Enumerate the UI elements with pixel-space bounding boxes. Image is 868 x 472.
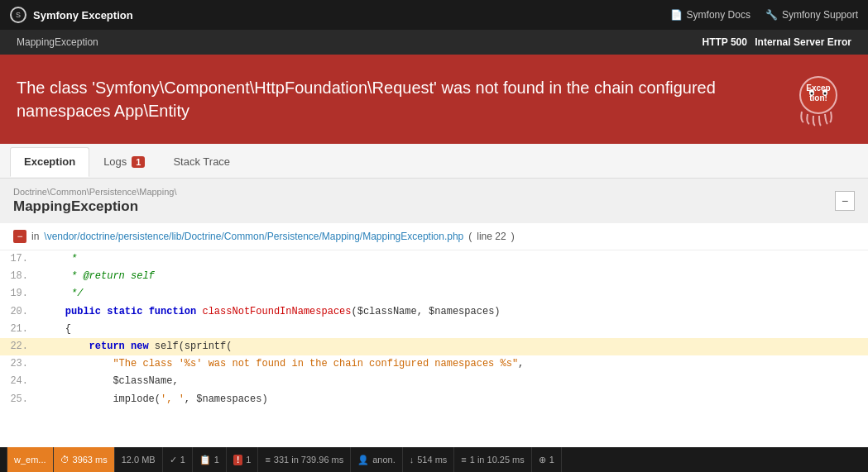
db-icon: ≡ (461, 455, 466, 465)
error-title: The class 'Symfony\Component\HttpFoundat… (17, 76, 720, 122)
symfony-logo-icon: S (10, 7, 26, 23)
status-memory[interactable]: 12.0 MB (115, 447, 163, 472)
symfony-docs-link[interactable]: 📄 Symfony Docs (670, 9, 751, 21)
code-line-24: 24. $className, (0, 373, 868, 390)
code-line-25: 25. implode(', ', $namespaces) (0, 391, 868, 408)
exception-class-label: MappingException (17, 36, 98, 48)
layers-icon: ≡ (265, 455, 270, 465)
exception-label-row: MappingException HTTP 500 Internal Serve… (0, 30, 868, 55)
status-user[interactable]: 👤 anon. (351, 447, 403, 472)
code-block: 17. * 18. * @return self 19. */ 20. publ… (0, 250, 868, 417)
speed-value: 514 ms (417, 455, 447, 465)
status-env[interactable]: w_em... (7, 447, 54, 472)
status-layers[interactable]: ≡ 331 in 739.96 ms (258, 447, 351, 472)
error-header: The class 'Symfony\Component\HttpFoundat… (0, 55, 868, 144)
status-speed[interactable]: ↓ 514 ms (403, 447, 455, 472)
errors-value: 1 (246, 455, 251, 465)
file-line-number: line 22 (477, 231, 506, 242)
memory-value: 12.0 MB (122, 455, 156, 465)
status-db[interactable]: ≡ 1 in 10.25 ms (454, 447, 531, 472)
code-line-23: 23. "The class '%s' was not found in the… (0, 355, 868, 373)
docs-icon: 📄 (670, 9, 683, 21)
nav-left: S Symfony Exception (10, 7, 133, 23)
code-line-22: 22. return new self(sprintf( (0, 338, 868, 355)
user-value: anon. (372, 455, 396, 465)
svg-point-6 (824, 93, 827, 95)
top-navigation: S Symfony Exception 📄 Symfony Docs 🔧 Sym… (0, 0, 868, 30)
docs-value: 1 (214, 455, 219, 465)
code-line-18: 18. * @return self (0, 268, 868, 285)
error-badge: ! (233, 455, 242, 465)
code-line-19: 19. */ (0, 285, 868, 303)
file-line-close: ) (511, 231, 515, 242)
speed-icon: ↓ (410, 455, 415, 465)
check-icon: ✓ (170, 455, 177, 465)
layers-value: 331 in 739.96 ms (274, 455, 343, 465)
code-line-20: 20. public static function classNotFound… (0, 303, 868, 321)
logs-badge: 1 (132, 156, 145, 168)
status-checks[interactable]: ✓ 1 (163, 447, 193, 472)
exception-info: Doctrine\Common\Persistence\Mapping\ Map… (13, 187, 176, 215)
status-bar: w_em... ⏱ 3963 ms 12.0 MB ✓ 1 📋 1 ! 1 ≡ … (0, 447, 868, 472)
support-icon: 🔧 (765, 9, 778, 21)
status-network[interactable]: ⊕ 1 (532, 447, 562, 472)
file-path-link[interactable]: \vendor/doctrine/persistence/lib/Doctrin… (44, 231, 463, 242)
file-line: ( (468, 231, 472, 242)
nav-right: 📄 Symfony Docs 🔧 Symfony Support (670, 9, 858, 21)
svg-point-5 (811, 93, 813, 95)
tab-logs[interactable]: Logs 1 (89, 147, 159, 177)
network-icon: ⊕ (539, 455, 546, 465)
symfony-support-link[interactable]: 🔧 Symfony Support (765, 9, 858, 21)
docs-bar-icon: 📋 (199, 455, 211, 465)
status-errors[interactable]: ! 1 (227, 447, 258, 472)
network-value: 1 (549, 455, 554, 465)
code-line-17: 17. * (0, 250, 868, 268)
db-value: 1 in 10.25 ms (470, 455, 525, 465)
env-label: w_em... (14, 455, 46, 465)
exception-block-header[interactable]: Doctrine\Common\Persistence\Mapping\ Map… (0, 179, 868, 223)
brand-label: Symfony Exception (33, 9, 133, 21)
collapse-button[interactable]: − (835, 191, 855, 211)
file-path-row: − in \vendor/doctrine/persistence/lib/Do… (0, 223, 868, 250)
http-status: HTTP 500 Internal Server Error (702, 36, 851, 48)
user-icon: 👤 (357, 455, 369, 465)
exception-namespace: Doctrine\Common\Persistence\Mapping\ (13, 187, 176, 197)
status-time[interactable]: ⏱ 3963 ms (54, 447, 115, 472)
tabs-row: Exception Logs 1 Stack Trace (0, 144, 868, 179)
exception-content[interactable]: Doctrine\Common\Persistence\Mapping\ Map… (0, 179, 868, 447)
exception-name: MappingException (13, 198, 176, 215)
error-title-area: The class 'Symfony\Component\HttpFoundat… (17, 76, 785, 122)
checks-value: 1 (180, 455, 185, 465)
tab-stack-trace[interactable]: Stack Trace (159, 147, 244, 177)
time-value: 3963 ms (73, 455, 108, 465)
symfony-mascot-icon: Excep tion! (785, 66, 851, 132)
status-docs[interactable]: 📋 1 (193, 447, 227, 472)
code-line-21: 21. { (0, 321, 868, 338)
collapse-code-button[interactable]: − (13, 230, 26, 243)
tab-exception[interactable]: Exception (10, 147, 89, 177)
time-icon: ⏱ (60, 455, 70, 465)
